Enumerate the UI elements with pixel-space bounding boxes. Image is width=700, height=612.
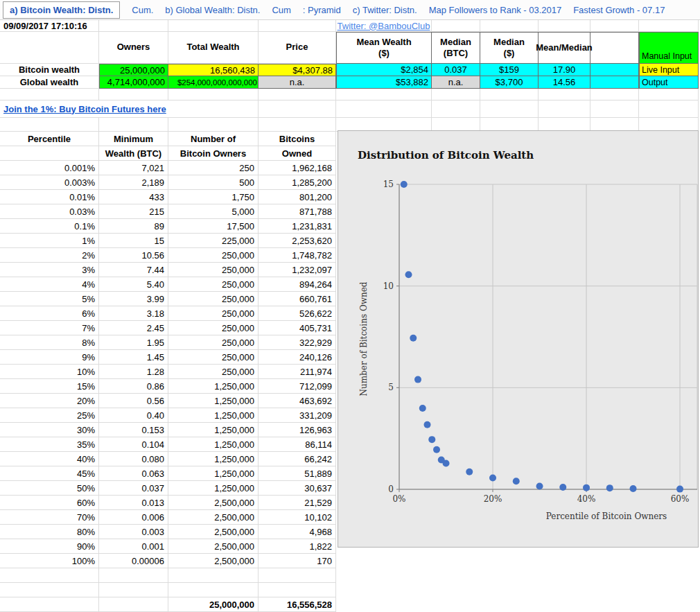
sheet-tab-1[interactable]: a) Bitcoin Wealth: Distn. — [3, 1, 120, 19]
empty-cell[interactable] — [590, 32, 639, 64]
cell-percentile[interactable]: 8% — [0, 335, 99, 350]
cell-num-owners[interactable]: 1,250,000 — [168, 423, 259, 437]
cell-btc-owned[interactable]: 211,974 — [259, 365, 336, 379]
bitcoin-owners-cell[interactable]: 25,000,000 — [99, 64, 168, 76]
cell-percentile[interactable]: 100% — [0, 554, 99, 568]
cell-num-owners[interactable]: 250,000 — [168, 263, 259, 277]
sheet-tab-5[interactable]: : Pyramid — [303, 5, 341, 15]
cell-num-owners[interactable]: 1,250,000 — [168, 466, 259, 481]
empty-cell[interactable] — [590, 64, 639, 76]
cell-percentile[interactable]: 70% — [0, 510, 99, 525]
cell-btc-owned[interactable]: 526,622 — [259, 306, 336, 321]
cell-min-wealth-btc[interactable]: 0.063 — [99, 466, 168, 481]
empty-cell[interactable] — [99, 89, 168, 100]
cell-percentile[interactable]: 3% — [0, 263, 99, 277]
cell-btc-owned[interactable]: 894,264 — [259, 277, 336, 292]
cell-num-owners[interactable]: 1,250,000 — [168, 452, 259, 466]
legend-live-input[interactable]: Live Input — [639, 64, 699, 76]
bitcoin-median-btc-cell[interactable]: 0.037 — [432, 64, 480, 76]
empty-cell[interactable] — [432, 118, 480, 132]
empty-cell[interactable] — [539, 89, 590, 100]
cell-percentile[interactable]: 35% — [0, 437, 99, 452]
sheet-tab-4[interactable]: Cum — [272, 5, 290, 15]
header-mean-median[interactable]: Mean/Median — [539, 32, 590, 64]
cell-min-wealth-btc[interactable]: 1.95 — [99, 335, 168, 350]
cell-min-wealth-btc[interactable]: 433 — [99, 190, 168, 204]
cell-num-owners[interactable]: 250 — [168, 161, 259, 175]
cell-num-owners[interactable]: 250,000 — [168, 292, 259, 306]
sheet-tab-6[interactable]: c) Twitter: Distn. — [353, 5, 417, 15]
cell-percentile[interactable]: 5% — [0, 292, 99, 306]
header-num-owners[interactable]: Number of — [168, 132, 259, 146]
cell-percentile[interactable]: 60% — [0, 496, 99, 510]
cell-num-owners[interactable]: 1,250,000 — [168, 379, 259, 394]
header-percentile[interactable] — [0, 146, 99, 161]
empty-cell[interactable] — [639, 100, 699, 118]
cell-min-wealth-btc[interactable]: 0.013 — [99, 496, 168, 510]
cell-num-owners[interactable]: 250,000 — [168, 350, 259, 365]
sheet-tab-7[interactable]: Map Followers to Rank - 03.2017 — [429, 5, 561, 15]
cell-percentile[interactable]: 0.01% — [0, 190, 99, 204]
sheet-tab-8[interactable]: Fastest Growth - 07.17 — [573, 5, 665, 15]
cell-percentile[interactable]: 80% — [0, 525, 99, 539]
cell-min-wealth-btc[interactable]: 7,021 — [99, 161, 168, 175]
cell-min-wealth-btc[interactable]: 3.99 — [99, 292, 168, 306]
buy-futures-link[interactable]: Join the 1%: Buy Bitcoin Futures here — [0, 100, 259, 118]
empty-cell[interactable] — [0, 583, 99, 597]
cell-num-owners[interactable]: 250,000 — [168, 321, 259, 335]
global-owners-cell[interactable]: 4,714,000,000 — [99, 76, 168, 89]
empty-cell[interactable] — [539, 118, 590, 132]
global-median-usd-cell[interactable]: $3,700 — [480, 76, 539, 89]
cell-btc-owned[interactable]: 801,200 — [259, 190, 336, 204]
cell-num-owners[interactable]: 2,500,000 — [168, 510, 259, 525]
cell-num-owners[interactable]: 1,750 — [168, 190, 259, 204]
empty-cell[interactable] — [0, 568, 99, 583]
cell-btc-owned[interactable]: 1,285,200 — [259, 175, 336, 190]
header-percentile[interactable]: Percentile — [0, 132, 99, 146]
empty-cell[interactable] — [336, 118, 432, 132]
empty-cell[interactable] — [590, 89, 639, 100]
cell-btc-owned[interactable]: 21,529 — [259, 496, 336, 510]
empty-cell[interactable] — [590, 20, 639, 32]
cell-num-owners[interactable]: 5,000 — [168, 204, 259, 219]
cell-percentile[interactable]: 1% — [0, 234, 99, 248]
bitcoin-price-cell[interactable]: $4,307.88 — [259, 64, 336, 76]
cell-percentile[interactable]: 15% — [0, 379, 99, 394]
cell-btc-owned[interactable]: 1,232,097 — [259, 263, 336, 277]
cell-num-owners[interactable]: 225,000 — [168, 234, 259, 248]
empty-cell[interactable] — [480, 20, 539, 32]
empty-cell[interactable] — [590, 118, 639, 132]
cell-btc-owned[interactable]: 405,731 — [259, 321, 336, 335]
empty-cell[interactable] — [0, 89, 99, 100]
cell-min-wealth-btc[interactable]: 2,189 — [99, 175, 168, 190]
cell-btc-owned[interactable]: 331,209 — [259, 408, 336, 423]
header-btc-owned[interactable]: Bitcoins — [259, 132, 336, 146]
empty-cell[interactable] — [336, 100, 432, 118]
cell-min-wealth-btc[interactable]: 0.006 — [99, 510, 168, 525]
cell-percentile[interactable]: 7% — [0, 321, 99, 335]
empty-cell[interactable] — [259, 568, 336, 583]
header-mean-wealth[interactable]: Mean Wealth ($) — [336, 32, 432, 64]
cell-num-owners[interactable]: 2,500,000 — [168, 539, 259, 554]
header-min-wealth-btc[interactable]: Minimum — [99, 132, 168, 146]
bitcoin-median-usd-cell[interactable]: $159 — [480, 64, 539, 76]
cell-btc-owned[interactable]: 712,099 — [259, 379, 336, 394]
cell-percentile[interactable]: 50% — [0, 481, 99, 496]
empty-cell[interactable] — [168, 568, 259, 583]
header-num-owners[interactable]: Bitcoin Owners — [168, 146, 259, 161]
total-percentile[interactable] — [0, 597, 99, 612]
global-mean-wealth-cell[interactable]: $53,882 — [336, 76, 432, 89]
cell-btc-owned[interactable]: 240,126 — [259, 350, 336, 365]
empty-cell[interactable] — [639, 118, 699, 132]
cell-min-wealth-btc[interactable]: 0.40 — [99, 408, 168, 423]
cell-btc-owned[interactable]: 2,253,620 — [259, 234, 336, 248]
cell-min-wealth-btc[interactable]: 0.153 — [99, 423, 168, 437]
cell-percentile[interactable]: 40% — [0, 452, 99, 466]
empty-cell[interactable] — [259, 20, 336, 32]
empty-cell[interactable] — [168, 118, 259, 132]
cell-percentile[interactable]: 25% — [0, 408, 99, 423]
cell-btc-owned[interactable]: 871,788 — [259, 204, 336, 219]
total-num-owners[interactable]: 25,000,000 — [168, 597, 259, 612]
empty-cell[interactable] — [259, 89, 336, 100]
twitter-link[interactable]: Twitter: @BambouClub — [336, 20, 432, 32]
